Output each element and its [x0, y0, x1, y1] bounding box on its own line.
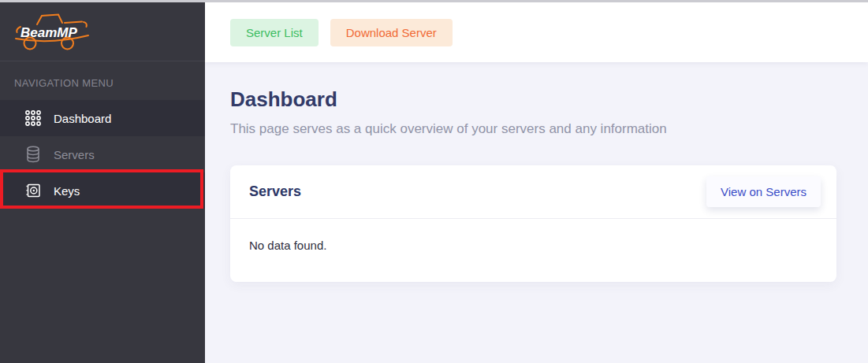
page-subtitle: This page serves as a quick overview of …: [230, 121, 836, 137]
servers-card: Servers View on Servers No data found.: [230, 165, 836, 282]
logo-area[interactable]: BeamMP: [0, 2, 205, 61]
page-title: Dashboard: [230, 87, 836, 112]
window-top-edge: [0, 0, 868, 2]
sidebar-item-label: Servers: [54, 148, 95, 161]
sidebar-item-keys[interactable]: Keys: [0, 172, 205, 209]
servers-card-body: No data found.: [230, 219, 836, 282]
card-title: Servers: [249, 183, 301, 200]
server-list-button[interactable]: Server List: [230, 19, 319, 46]
logo-text: BeamMP: [20, 25, 77, 40]
page-content: Dashboard This page serves as a quick ov…: [205, 62, 868, 282]
view-on-servers-button[interactable]: View on Servers: [706, 176, 821, 207]
sidebar-item-label: Dashboard: [54, 112, 111, 125]
servers-card-header: Servers View on Servers: [230, 165, 836, 219]
empty-state-text: No data found.: [249, 239, 326, 252]
beammp-truck-logo-icon: BeamMP: [13, 11, 93, 52]
nav-section-label: NAVIGATION MENU: [0, 61, 205, 100]
sidebar-item-servers[interactable]: Servers: [0, 136, 205, 172]
sidebar-item-label: Keys: [54, 184, 80, 198]
database-icon: [24, 145, 43, 164]
download-server-button[interactable]: Download Server: [330, 19, 453, 46]
safe-icon: [24, 181, 43, 200]
grid-dots-icon: [24, 109, 43, 128]
sidebar-item-dashboard[interactable]: Dashboard: [0, 100, 205, 136]
sidebar: BeamMP NAVIGATION MENU Dashboard Servers: [0, 2, 205, 363]
top-toolbar: Server List Download Server: [205, 2, 868, 62]
main-area: Server List Download Server Dashboard Th…: [205, 2, 868, 363]
